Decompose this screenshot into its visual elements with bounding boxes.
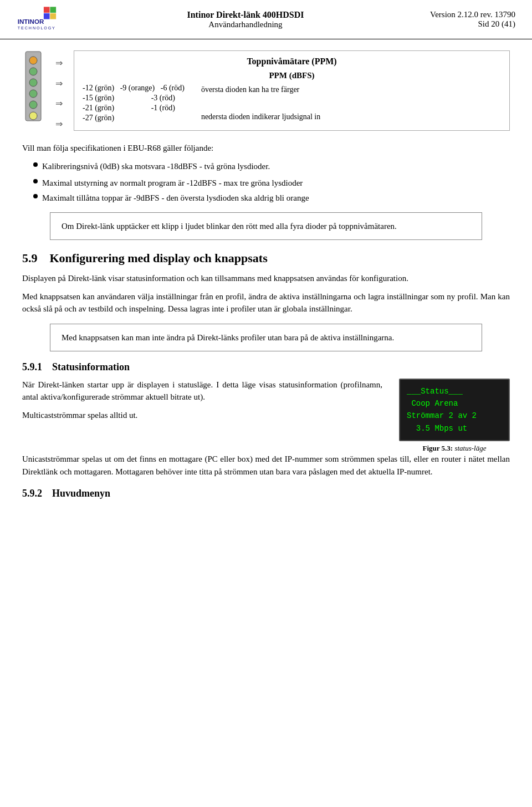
ppm-desc-2: nedersta dioden indikerar ljudsignal in [201,111,501,122]
arrows-column: ⇒ ⇒ ⇒ ⇒ [55,50,63,131]
ppm-row-4: -27 (grön) [83,114,185,122]
bullet-text-3: Maximalt tillåtna toppar är -9dBFS - den… [42,192,309,205]
status-display-box: ___Status___ Coop Arena Strömmar 2 av 2 … [399,379,510,453]
ppm-table: Toppnivåmätare (PPM) PPM (dBFS) -12 (grö… [74,50,510,131]
bullet-text-1: Kalibreringsnivå (0dB) ska motsvara -18d… [42,160,270,173]
svg-rect-3 [50,13,56,19]
svg-rect-0 [44,7,50,13]
svg-text:INTINOR: INTINOR [18,18,44,25]
section-592-title: Huvudmenyn [52,488,110,499]
info-box-1: Om Direkt-länk upptäcker ett klipp i lju… [50,212,482,240]
status-caption: Figur 5.3: status-läge [399,444,510,453]
page-header: INTINOR T E C H N O L O G Y Intinor Dire… [0,0,532,39]
body-59-1: Displayen på Direkt-länk visar statusinf… [22,272,510,285]
svg-rect-1 [50,7,56,13]
body-591-2: Multicastströmmar spelas alltid ut. [22,409,382,422]
ppm-desc: översta dioden kan ha tre färger nederst… [201,84,501,125]
svg-point-10 [29,90,37,98]
body-591-1: När Direkt-länken startar upp är display… [22,379,382,404]
led-device-graphic [23,50,43,122]
ppm-title: Toppnivåmätare (PPM) [83,57,501,67]
bullet-dot-2 [33,179,38,183]
ppm-col-1: -12 (grön) -9 (orange) -6 (röd) -15 (grö… [83,84,185,125]
svg-point-12 [29,112,37,120]
status-caption-label: Figur 5.3: [423,444,453,452]
section-59-heading: 5.9 Konfigurering med display och knapps… [22,251,510,265]
ppm-section: ⇒ ⇒ ⇒ ⇒ Toppnivåmätare (PPM) PPM (dBFS) … [22,50,510,131]
arrow-1: ⇒ [55,58,63,68]
bullet-dot-1 [33,162,38,167]
ppm-row-1: -12 (grön) -9 (orange) -6 (röd) [83,84,185,93]
header-subtitle: Användarhandledning [187,20,304,29]
arrow-3: ⇒ [55,98,63,109]
ppm-row-2: -15 (grön) -3 (röd) [83,94,185,103]
arrow-4: ⇒ [55,119,63,129]
section-59-title: Konfigurering med display och knappsats [50,251,268,265]
svg-point-11 [29,101,37,109]
section-592-heading: 5.9.2 Huvudmenyn [22,488,510,499]
header-title: Intinor Direkt-länk 400HDSDI [187,10,304,20]
logo-area: INTINOR T E C H N O L O G Y [17,6,61,33]
svg-point-9 [29,79,37,86]
bullet-item-1: Kalibreringsnivå (0dB) ska motsvara -18d… [33,160,510,173]
status-text-area: När Direkt-länken startar upp är display… [22,379,382,453]
ppm-desc-1: översta dioden kan ha tre färger [201,84,501,95]
section-591-title: Statusinformation [52,361,130,372]
status-section: När Direkt-länken startar upp är display… [22,379,510,453]
intinor-logo: INTINOR T E C H N O L O G Y [17,6,61,33]
svg-point-7 [29,57,37,64]
status-screen: ___Status___ Coop Arena Strömmar 2 av 2 … [399,379,510,442]
section-59-number: 5.9 [22,251,38,265]
header-right: Version 2.12.0 rev. 13790 Sid 20 (41) [430,10,515,29]
status-caption-italic: status-läge [454,444,486,452]
body-591-3: Unicastströmmar spelas ut om det finns e… [22,453,510,478]
bullet-dot-3 [33,194,38,198]
info-box-2: Med knappsatsen kan man inte ändra på Di… [50,324,482,351]
bullet-item-2: Maximal utstyrning av normalt program är… [33,177,510,190]
ppm-content-row: -12 (grön) -9 (orange) -6 (röd) -15 (grö… [83,84,501,125]
svg-point-8 [29,68,37,75]
bullet-item-3: Maximalt tillåtna toppar är -9dBFS - den… [33,192,510,205]
header-version: Version 2.12.0 rev. 13790 [430,10,515,19]
bullet-list-2: Maximal utstyrning av normalt program är… [33,177,510,204]
header-page: Sid 20 (41) [430,19,515,29]
section-592-number: 5.9.2 [22,488,42,499]
section-591-number: 5.9.1 [22,361,42,372]
bullet-text-2: Maximal utstyrning av normalt program är… [42,177,303,190]
svg-text:T E C H N O L O G Y: T E C H N O L O G Y [18,26,55,30]
section-591-heading: 5.9.1 Statusinformation [22,361,510,373]
svg-rect-2 [44,13,50,19]
ppm-subtitle: PPM (dBFS) [83,71,501,80]
ppm-device-leds [22,50,44,131]
bullet-list-1: Kalibreringsnivå (0dB) ska motsvara -18d… [33,160,510,173]
page-content: ⇒ ⇒ ⇒ ⇒ Toppnivåmätare (PPM) PPM (dBFS) … [0,50,532,527]
body-text-1: Vill man följa specifikationen i EBU-R68… [22,142,510,155]
body-59-2: Med knappsatsen kan användaren välja ins… [22,290,510,315]
ppm-row-3: -21 (grön) -1 (röd) [83,104,185,113]
header-center: Intinor Direkt-länk 400HDSDI Användarhan… [187,10,304,29]
arrow-2: ⇒ [55,78,63,89]
